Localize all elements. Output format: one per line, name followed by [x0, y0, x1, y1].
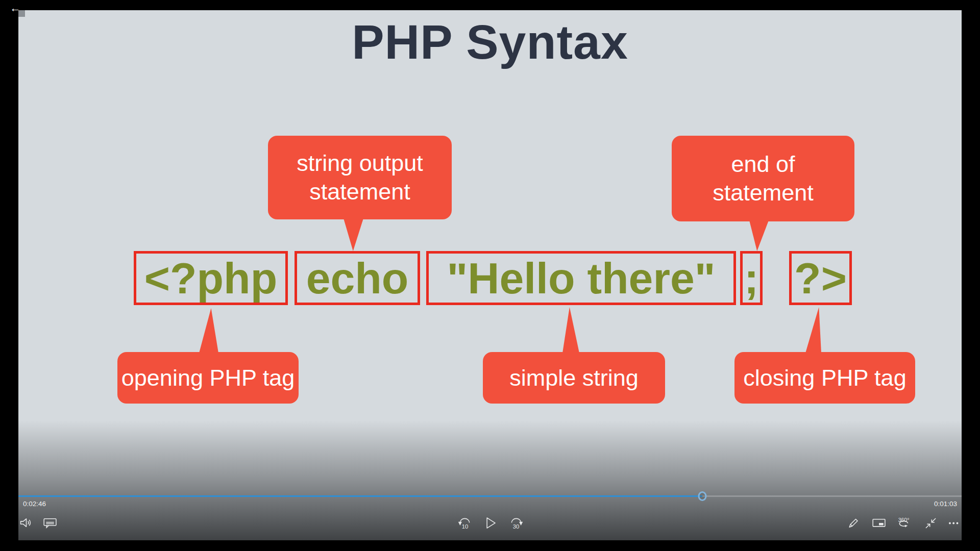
forward-30-icon: 30 [508, 515, 524, 531]
code-box-echo: echo [295, 251, 420, 305]
callout-closing-php-tag: closing PHP tag [734, 352, 915, 404]
callout-line: end of [731, 150, 795, 179]
callout-line: simple string [509, 364, 639, 392]
rewind-seconds-label: 10 [461, 523, 468, 530]
callout-string-output-statement: string output statement [268, 136, 452, 219]
more-options-icon [947, 515, 962, 531]
callout-pointer [805, 307, 821, 353]
seek-progress-fill [18, 495, 702, 497]
edit-button[interactable] [844, 514, 862, 532]
mini-player-icon [871, 515, 887, 531]
rewind-10-button[interactable]: 10 [456, 514, 473, 532]
seek-handle[interactable] [698, 491, 706, 501]
callout-pointer [749, 220, 769, 251]
callout-line: statement [309, 178, 410, 206]
code-token-text: echo [306, 256, 409, 300]
code-token-text: <?php [144, 256, 277, 300]
callout-line: opening PHP tag [121, 364, 295, 392]
callout-end-of-statement: end of statement [672, 136, 854, 221]
code-box-closing-tag: ?> [789, 251, 852, 305]
closed-captions-button[interactable] [41, 514, 59, 532]
callout-opening-php-tag: opening PHP tag [117, 352, 299, 404]
code-box-opening-tag: <?php [134, 251, 288, 305]
callout-pointer [344, 218, 363, 251]
callout-line: closing PHP tag [743, 364, 906, 392]
slide-title: PHP Syntax [18, 14, 962, 70]
rewind-10-icon: 10 [457, 515, 473, 531]
forward-seconds-label: 30 [512, 523, 519, 530]
play-button[interactable] [481, 514, 499, 532]
volume-button[interactable] [18, 514, 35, 532]
code-token-text: ; [744, 256, 759, 300]
code-token-text: ?> [794, 256, 847, 300]
video-surface[interactable]: PHP Syntax <?php echo "Hello there" ; ?>… [18, 10, 962, 540]
back-arrow-icon: ← [10, 2, 21, 14]
exit-fullscreen-icon [923, 515, 939, 531]
more-options-button[interactable] [946, 514, 962, 532]
back-button[interactable]: ← [6, 0, 24, 16]
rotate-360-button[interactable]: 360° [895, 514, 912, 532]
mini-player-button[interactable] [870, 514, 888, 532]
exit-fullscreen-button[interactable] [922, 514, 939, 532]
rotate-360-icon: 360° [896, 515, 912, 531]
callout-pointer [562, 307, 579, 353]
seek-bar[interactable] [18, 493, 962, 500]
callout-simple-string: simple string [483, 352, 665, 404]
code-box-semicolon: ; [740, 251, 763, 305]
play-icon [482, 515, 498, 531]
volume-icon [18, 515, 34, 531]
code-token-text: "Hello there" [447, 256, 716, 300]
edit-pencil-icon [845, 515, 861, 531]
remaining-time: 0:01:03 [934, 500, 957, 508]
callout-pointer [199, 308, 218, 353]
callout-line: string output [297, 149, 423, 178]
code-box-string: "Hello there" [426, 251, 736, 305]
closed-captions-icon [42, 515, 58, 531]
callout-line: statement [713, 179, 814, 207]
forward-30-button[interactable]: 30 [507, 514, 525, 532]
elapsed-time: 0:02:46 [23, 500, 46, 508]
